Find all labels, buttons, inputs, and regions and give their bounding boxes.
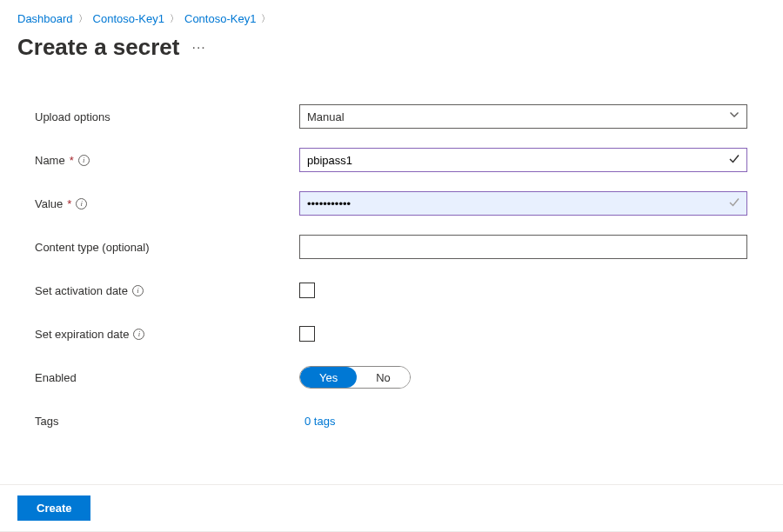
value-input[interactable]	[299, 191, 747, 216]
page-title: Create a secret	[17, 34, 179, 61]
more-menu-button[interactable]: ···	[191, 40, 205, 56]
content-type-input[interactable]	[299, 235, 747, 259]
breadcrumb-item-secrets[interactable]: Contoso-Key1	[184, 12, 256, 25]
content-type-label: Content type (optional)	[35, 241, 299, 254]
chevron-right-icon: 〉	[261, 12, 271, 25]
activation-date-checkbox[interactable]	[299, 283, 315, 298]
upload-options-value: Manual	[307, 110, 345, 123]
value-label: Value * i	[35, 197, 299, 210]
chevron-down-icon	[729, 110, 740, 123]
chevron-right-icon: 〉	[78, 12, 88, 25]
name-label: Name * i	[35, 154, 299, 167]
breadcrumb-item-vault[interactable]: Contoso-Key1	[93, 12, 164, 25]
upload-options-select[interactable]: Manual	[299, 104, 747, 129]
name-input[interactable]	[299, 148, 747, 172]
info-icon[interactable]: i	[132, 285, 144, 296]
footer: Create	[0, 484, 783, 532]
tags-label: Tags	[35, 415, 299, 428]
page-header: Create a secret ···	[0, 29, 783, 87]
info-icon[interactable]: i	[133, 329, 144, 340]
tags-link[interactable]: 0 tags	[299, 415, 335, 428]
activation-date-label: Set activation date i	[35, 284, 299, 297]
breadcrumb: Dashboard 〉 Contoso-Key1 〉 Contoso-Key1 …	[0, 0, 783, 29]
breadcrumb-item-dashboard[interactable]: Dashboard	[17, 12, 73, 25]
enabled-toggle[interactable]: Yes No	[299, 366, 411, 389]
enabled-toggle-no[interactable]: No	[357, 367, 410, 388]
chevron-right-icon: 〉	[170, 12, 179, 25]
enabled-label: Enabled	[35, 371, 299, 384]
form: Upload options Manual Name * i Value	[0, 87, 783, 433]
enabled-toggle-yes[interactable]: Yes	[300, 367, 357, 388]
info-icon[interactable]: i	[78, 155, 90, 166]
required-indicator: *	[70, 154, 74, 167]
expiration-date-label: Set expiration date i	[35, 328, 299, 341]
create-button[interactable]: Create	[17, 495, 90, 521]
expiration-date-checkbox[interactable]	[299, 326, 315, 342]
required-indicator: *	[67, 197, 71, 210]
info-icon[interactable]: i	[76, 198, 87, 209]
upload-options-label: Upload options	[35, 110, 299, 123]
